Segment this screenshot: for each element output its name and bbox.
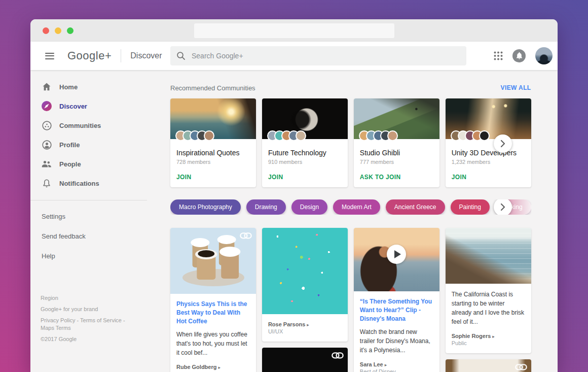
post-media-gold-3d-render	[262, 348, 348, 372]
link-icon	[332, 352, 344, 361]
community-members: 777 members	[360, 159, 433, 165]
close-window-button[interactable]	[43, 27, 49, 34]
footer-brand-link[interactable]: Google+ for your brand	[41, 306, 139, 313]
avatar	[387, 130, 398, 141]
sidebar-nav: Home Discover Communities Profile	[30, 70, 170, 372]
communities-scroll-next-button[interactable]	[494, 134, 512, 153]
menu-icon[interactable]	[45, 53, 54, 59]
topic-pill-ancient-greece[interactable]: Ancient Greece	[386, 199, 445, 215]
post-title-link[interactable]: “Is There Something You Want to Hear?” C…	[360, 297, 433, 323]
community-card[interactable]: Studio Ghibli 777 members ASK TO JOIN	[354, 98, 439, 187]
community-members: 728 members	[176, 159, 250, 165]
link-icon	[240, 232, 252, 241]
recommended-communities-row: Inspirational Quotes 728 members JOIN Fu…	[170, 98, 531, 187]
post-media-trolley-interior	[446, 359, 531, 372]
footer-copyright: ©2017 Google	[41, 335, 139, 343]
post-card-aerial-surfers[interactable]: Rose Parsons▸ UI/UX	[262, 228, 348, 342]
member-avatars	[359, 130, 398, 141]
join-button[interactable]: JOIN	[176, 174, 192, 181]
member-avatars	[175, 130, 214, 141]
address-bar[interactable]	[194, 23, 394, 38]
section-title: Recommended Communities	[170, 84, 255, 92]
post-body: Watch the brand new trailer for Disney's…	[360, 327, 433, 355]
post-community[interactable]: UI/UX	[268, 328, 342, 334]
home-icon	[42, 82, 52, 92]
chevron-right-icon	[500, 203, 505, 211]
zoom-window-button[interactable]	[67, 27, 74, 34]
community-name: Inspirational Quotes	[176, 149, 250, 157]
sidebar-item-label: Notifications	[59, 180, 99, 187]
sidebar-divider	[30, 200, 147, 200]
sidebar-item-label: Communities	[59, 122, 101, 129]
topic-pill-drawing[interactable]: Drawing	[246, 199, 286, 215]
community-card[interactable]: Inspirational Quotes 728 members JOIN	[170, 98, 256, 187]
post-media-aerial-surfers	[262, 228, 348, 314]
topic-pill-design[interactable]: Design	[291, 199, 327, 215]
sidebar-item-settings[interactable]: Settings	[30, 207, 170, 226]
compass-icon	[42, 101, 52, 111]
sidebar-item-notifications[interactable]: Notifications	[30, 174, 170, 193]
communities-icon	[42, 120, 52, 130]
post-card-california-coast[interactable]: The California Coast is starting to be w…	[446, 228, 531, 353]
ask-to-join-button[interactable]: ASK TO JOIN	[360, 174, 401, 181]
topics-scroll-next-button[interactable]	[494, 199, 512, 215]
view-all-link[interactable]: VIEW ALL	[501, 84, 531, 91]
sidebar-item-help[interactable]: Help	[30, 246, 170, 266]
sidebar-item-label: Home	[59, 83, 78, 91]
browser-window: Google+ Discover Home	[30, 19, 558, 372]
footer-legal-links[interactable]: Privacy Policy - Terms of Service - Maps…	[41, 317, 139, 332]
post-author[interactable]: Sophie Rogers▸	[452, 333, 525, 339]
play-button[interactable]	[387, 245, 406, 264]
community-members: 910 members	[268, 159, 342, 165]
bell-icon	[42, 178, 52, 188]
sidebar-item-people[interactable]: People	[30, 154, 170, 174]
footer-region-link[interactable]: Region	[41, 294, 139, 302]
sidebar-item-profile[interactable]: Profile	[30, 135, 170, 154]
browser-titlebar	[30, 19, 558, 42]
profile-icon	[42, 140, 52, 150]
sidebar-item-label: Discover	[59, 103, 87, 110]
post-card-hot-coffee[interactable]: Physics Says This is the Best Way to Dea…	[170, 228, 256, 372]
post-author[interactable]: Rose Parsons▸	[268, 321, 342, 327]
post-community[interactable]: Public	[452, 340, 525, 346]
community-card[interactable]: Unity 3D Developers 1,232 members JOIN	[446, 98, 531, 187]
post-author[interactable]: Sara Lee▸	[360, 361, 433, 367]
notifications-bell-icon[interactable]	[512, 49, 526, 62]
topic-pill-modern-art[interactable]: Modern Art	[333, 199, 380, 215]
post-card-cropped[interactable]	[446, 359, 531, 372]
post-card-cropped[interactable]	[262, 348, 348, 372]
search-icon	[176, 51, 186, 60]
author-more-icon: ▸	[492, 334, 495, 339]
join-button[interactable]: JOIN	[452, 174, 467, 181]
search-input[interactable]	[192, 52, 460, 60]
sidebar-item-communities[interactable]: Communities	[30, 116, 170, 135]
post-card-moana-clip[interactable]: “Is There Something You Want to Hear?” C…	[354, 228, 439, 372]
post-author[interactable]: Rube Goldberg▸	[176, 364, 250, 370]
community-name: Unity 3D Developers	[452, 149, 525, 157]
apps-grid-icon[interactable]	[494, 51, 503, 60]
app-header: Google+ Discover	[30, 42, 558, 70]
post-media-california-coast	[446, 228, 531, 284]
header-divider	[121, 49, 121, 62]
post-title-link[interactable]: Physics Says This is the Best Way to Dea…	[176, 300, 250, 326]
avatar	[296, 130, 306, 141]
minimize-window-button[interactable]	[55, 27, 61, 34]
google-plus-logo[interactable]: Google+	[67, 49, 112, 62]
sidebar-item-send-feedback[interactable]: Send feedback	[30, 226, 170, 246]
traffic-lights	[43, 27, 74, 34]
post-community[interactable]: Best of Disney	[360, 368, 433, 372]
topic-pill-painting[interactable]: Painting	[451, 199, 490, 215]
sidebar-item-discover[interactable]: Discover	[30, 96, 170, 116]
join-button[interactable]: JOIN	[268, 174, 283, 181]
topic-pill-macro-photography[interactable]: Macro Photography	[170, 199, 241, 215]
author-more-icon: ▸	[307, 322, 309, 327]
community-name: Future Technology	[268, 149, 342, 157]
community-card[interactable]: Future Technology 910 members JOIN	[262, 98, 348, 187]
discover-main: Recommended Communities VIEW ALL Inspira…	[170, 70, 558, 372]
post-body: The California Coast is starting to be w…	[452, 290, 525, 326]
user-avatar[interactable]	[535, 47, 553, 64]
play-icon	[394, 250, 401, 258]
search-bar[interactable]	[170, 46, 466, 65]
sidebar-item-home[interactable]: Home	[30, 77, 170, 96]
community-members: 1,232 members	[452, 159, 525, 165]
